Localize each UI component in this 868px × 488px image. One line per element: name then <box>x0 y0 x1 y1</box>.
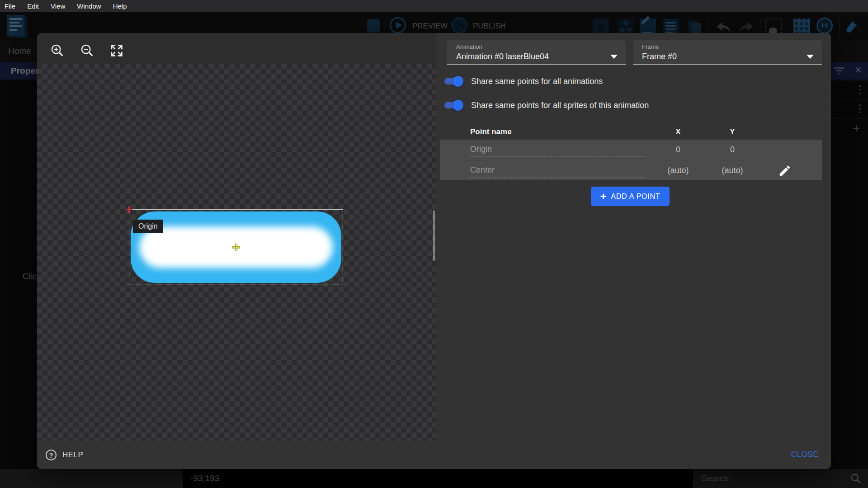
animation-select[interactable]: Animation Animation #0 laserBlue04 <box>447 40 626 65</box>
frame-select-label: Frame <box>642 43 659 50</box>
zoom-in-icon[interactable] <box>50 43 65 58</box>
point-x-value[interactable]: (auto) <box>649 160 708 180</box>
frame-select[interactable]: Frame Frame #0 <box>633 40 822 65</box>
help-icon: ? <box>46 450 57 460</box>
points-table-header: Point name X Y <box>440 125 822 139</box>
points-editor-dialog: Origin Animation Animation #0 laserBlue0… <box>37 33 831 469</box>
share-points-all-animations-toggle[interactable] <box>443 76 463 87</box>
edit-pencil-icon[interactable] <box>778 164 792 178</box>
frame-select-value: Frame #0 <box>642 52 677 61</box>
animation-select-label: Animation <box>456 43 482 50</box>
toggle-label: Share same points for all sprites of thi… <box>471 101 649 110</box>
zoom-out-icon[interactable] <box>80 43 95 58</box>
zoom-fit-icon[interactable] <box>109 43 124 58</box>
point-row-center[interactable]: Center (auto) (auto) <box>440 160 822 180</box>
toggle-row-share-all-animations: Share same points for all animations <box>443 75 603 87</box>
menu-item-view[interactable]: View <box>51 2 65 10</box>
origin-point-label: Origin <box>133 220 163 233</box>
menu-item-help[interactable]: Help <box>113 2 127 10</box>
origin-point-marker[interactable] <box>126 206 132 213</box>
menu-item-edit[interactable]: Edit <box>27 2 39 10</box>
add-point-button-label: ADD A POINT <box>611 192 660 201</box>
points-side-panel: Animation Animation #0 laserBlue04 Frame… <box>436 33 831 441</box>
animation-select-value: Animation #0 laserBlue04 <box>456 52 549 61</box>
menu-item-window[interactable]: Window <box>77 2 101 10</box>
help-button-label: HELP <box>62 450 83 460</box>
toggle-row-share-all-sprites: Share same points for all sprites of thi… <box>443 99 649 111</box>
chevron-down-icon <box>610 55 618 59</box>
app-window: File Edit View Window Help PREVIEW PUBLI… <box>0 0 868 488</box>
point-x-value[interactable]: 0 <box>649 140 708 160</box>
point-row-origin[interactable]: Origin 0 0 <box>440 140 822 160</box>
point-y-value[interactable]: (auto) <box>703 160 762 180</box>
column-header-point-name: Point name <box>470 125 646 141</box>
share-points-all-sprites-toggle[interactable] <box>443 100 463 111</box>
canvas-toolbar <box>37 33 436 64</box>
point-name-field[interactable]: Origin <box>470 141 646 157</box>
point-name-field[interactable]: Center <box>470 162 646 178</box>
plus-icon: + <box>600 192 607 201</box>
column-header-y: Y <box>703 125 762 139</box>
column-header-x: X <box>649 125 708 139</box>
chevron-down-icon <box>807 55 814 59</box>
menu-bar: File Edit View Window Help <box>0 0 868 12</box>
menu-item-file[interactable]: File <box>5 2 15 10</box>
help-button[interactable]: ? HELP <box>46 448 83 462</box>
center-point-marker[interactable] <box>233 244 240 251</box>
toggle-label: Share same points for all animations <box>471 77 603 86</box>
sprite-canvas[interactable]: Origin <box>37 64 436 441</box>
add-point-button[interactable]: + ADD A POINT <box>591 187 670 206</box>
dialog-footer: ? HELP CLOSE <box>37 441 831 469</box>
point-y-value[interactable]: 0 <box>703 140 762 160</box>
close-button[interactable]: CLOSE <box>791 450 818 459</box>
canvas-scrollbar[interactable] <box>433 210 435 261</box>
